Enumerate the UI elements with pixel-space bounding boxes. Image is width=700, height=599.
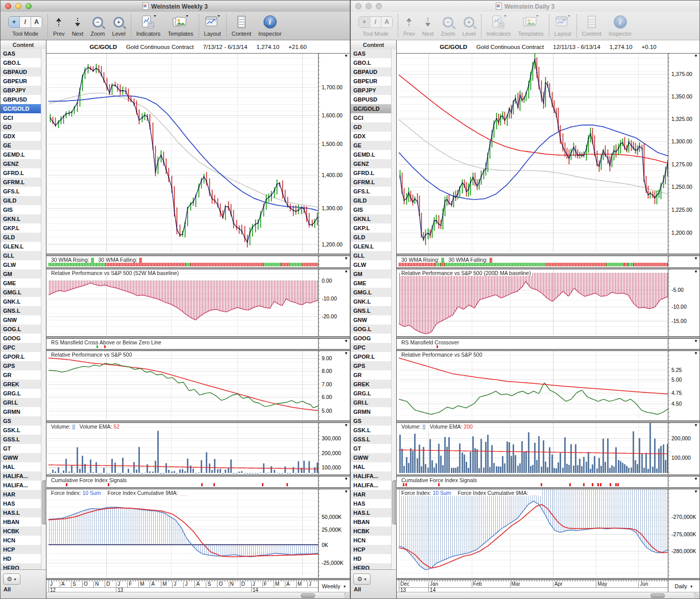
pane-menu-button[interactable]: ▼ xyxy=(344,489,348,494)
list-item[interactable]: GPC xyxy=(1,343,41,352)
action-menu-button[interactable]: ⚙▼ xyxy=(3,573,20,585)
trendline-tool-button[interactable]: / xyxy=(20,17,31,28)
list-item[interactable]: GWW xyxy=(1,453,41,462)
next-button[interactable]: Next xyxy=(422,14,434,37)
list-item[interactable]: GPC xyxy=(351,343,391,352)
list-item[interactable]: GBPEUR xyxy=(1,77,41,86)
horizontal-scrollbar-thumb[interactable] xyxy=(650,593,665,598)
list-item[interactable]: GOOG xyxy=(1,334,41,343)
list-item[interactable]: HALIFA... xyxy=(351,481,391,490)
templates-button[interactable]: Templates xyxy=(518,14,543,37)
list-item[interactable]: GLL xyxy=(351,251,391,260)
list-item[interactable]: GS xyxy=(1,416,41,426)
list-item[interactable]: HCP xyxy=(351,545,391,554)
list-item[interactable]: GFRM.L xyxy=(1,178,41,187)
pane-menu-button[interactable]: ▼ xyxy=(344,256,348,261)
action-menu-button[interactable]: ⚙▼ xyxy=(353,573,371,585)
text-tool-button[interactable]: A xyxy=(31,17,42,28)
list-item[interactable]: GLD xyxy=(1,233,41,242)
zoom-out-button[interactable]: – Zoom xyxy=(441,14,455,37)
list-item[interactable]: GT xyxy=(351,444,391,453)
list-item[interactable]: GREK xyxy=(351,380,391,389)
list-item[interactable]: GDX xyxy=(1,132,41,141)
list-item[interactable]: GFS.L xyxy=(351,187,391,196)
pane-menu-button[interactable]: ▼ xyxy=(344,54,348,59)
list-item[interactable]: GDX xyxy=(351,132,391,141)
crosshair-tool-button[interactable]: + xyxy=(359,17,370,28)
list-item[interactable]: HALIFA... xyxy=(1,481,41,490)
list-item[interactable]: HAR xyxy=(351,490,391,499)
pane-menu-button[interactable]: ▼ xyxy=(694,477,698,482)
list-item[interactable]: GBPAUD xyxy=(1,67,41,77)
rp-lines-canvas[interactable] xyxy=(49,351,319,419)
list-item[interactable]: GAS xyxy=(351,49,391,58)
list-item[interactable]: GR xyxy=(1,370,41,380)
list-item[interactable]: HCBK xyxy=(1,527,41,536)
pane-menu-button[interactable]: ▼ xyxy=(694,269,698,274)
list-item[interactable]: HAR xyxy=(1,490,41,499)
list-item[interactable]: GBPAUD xyxy=(351,67,391,77)
pane-menu-button[interactable]: ▼ xyxy=(694,339,698,344)
pane-menu-button[interactable]: ▼ xyxy=(344,351,348,356)
rp-baseline-canvas[interactable] xyxy=(399,269,668,335)
force-signals-canvas[interactable] xyxy=(49,483,319,486)
list-item[interactable]: GME xyxy=(351,279,391,288)
list-item[interactable]: GKN.L xyxy=(351,214,391,223)
list-item[interactable]: GBPUSD xyxy=(351,95,391,104)
list-item[interactable]: GNW xyxy=(351,315,391,325)
prev-button[interactable]: Prev xyxy=(403,14,415,37)
layout-button[interactable]: Layout xyxy=(554,14,571,37)
list-item[interactable]: GIS xyxy=(351,205,391,214)
list-item[interactable]: GLEN.L xyxy=(1,242,41,251)
content-button[interactable]: Content xyxy=(582,14,602,37)
list-item[interactable]: HD xyxy=(1,554,41,563)
list-item[interactable]: HAS xyxy=(1,499,41,508)
list-item[interactable]: GNK.L xyxy=(1,297,41,306)
list-item[interactable]: GSK.L xyxy=(351,426,391,435)
indicators-button[interactable]: Indicators xyxy=(136,14,161,37)
list-item[interactable]: GSS.L xyxy=(351,435,391,444)
list-item[interactable]: HAS.L xyxy=(1,508,41,517)
list-item[interactable]: GBPUSD xyxy=(1,95,41,104)
list-item[interactable]: HALIFA... xyxy=(1,471,41,481)
sidebar-scrollbar-thumb[interactable] xyxy=(392,480,397,525)
pane-menu-button[interactable]: ▼ xyxy=(344,477,348,482)
list-item[interactable]: GC/GOLD xyxy=(351,104,391,113)
price-chart-canvas[interactable] xyxy=(49,54,319,253)
list-item[interactable]: GEMD.L xyxy=(351,150,391,159)
list-item[interactable]: GLW xyxy=(1,260,41,269)
wma-strip-canvas[interactable] xyxy=(399,262,668,266)
list-item[interactable]: GLL xyxy=(1,251,41,260)
next-button[interactable]: Next xyxy=(72,14,84,37)
list-item[interactable]: GNS.L xyxy=(351,306,391,315)
list-item[interactable]: GLEN.L xyxy=(351,242,391,251)
zoom-in-button[interactable]: + Level xyxy=(462,14,475,37)
list-item[interactable]: GE xyxy=(1,141,41,150)
pane-menu-button[interactable]: ▼ xyxy=(344,423,348,428)
list-item[interactable]: GD xyxy=(1,122,41,132)
horizontal-scrollbar[interactable] xyxy=(46,592,350,598)
price-chart-canvas[interactable] xyxy=(399,54,668,253)
wma-strip-canvas[interactable] xyxy=(49,262,319,266)
text-tool-button[interactable]: A xyxy=(381,17,392,28)
list-item[interactable]: GAS xyxy=(1,49,41,58)
list-item[interactable]: GILD xyxy=(351,196,391,205)
list-item[interactable]: GOOG xyxy=(351,334,391,343)
list-item[interactable]: GOG.L xyxy=(1,325,41,334)
list-item[interactable]: HCBK xyxy=(351,527,391,536)
list-item[interactable]: GPOR.L xyxy=(351,352,391,361)
pane-menu-button[interactable]: ▼ xyxy=(694,54,698,59)
volume-canvas[interactable] xyxy=(49,423,319,473)
rp-lines-canvas[interactable] xyxy=(399,351,668,419)
list-item[interactable]: GE xyxy=(351,141,391,150)
list-item[interactable]: GOG.L xyxy=(351,325,391,334)
list-item[interactable]: GNK.L xyxy=(351,297,391,306)
list-item[interactable]: GLD xyxy=(351,233,391,242)
sidebar-scrollbar[interactable] xyxy=(41,49,46,570)
list-item[interactable]: GFRD.L xyxy=(1,168,41,178)
list-item[interactable]: GKN.L xyxy=(1,214,41,223)
force-signals-canvas[interactable] xyxy=(399,483,668,486)
list-item[interactable]: GBO.L xyxy=(1,58,41,67)
list-item[interactable]: GRI.L xyxy=(351,398,391,407)
list-item[interactable]: GKP.L xyxy=(351,223,391,233)
